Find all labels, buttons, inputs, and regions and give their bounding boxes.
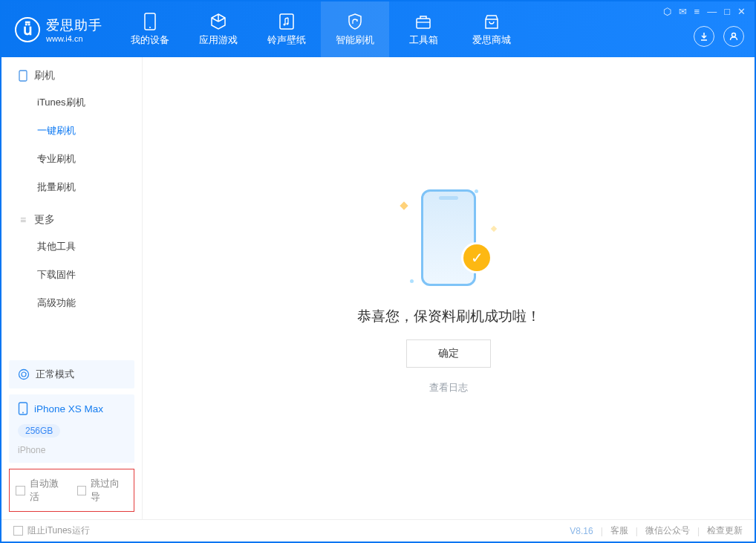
close-button[interactable]: ✕ — [737, 6, 746, 17]
section-flash: 刷机 — [1, 57, 142, 88]
separator: | — [636, 526, 638, 536]
sidebar-item-batch-flash[interactable]: 批量刷机 — [1, 173, 142, 201]
phone-icon — [18, 402, 28, 415]
device-info-box[interactable]: iPhone XS Max 256GB iPhone — [9, 394, 134, 463]
phone-small-icon — [18, 71, 28, 81]
skin-icon[interactable]: ⬡ — [663, 6, 671, 17]
tab-label: 工具箱 — [409, 33, 438, 47]
list-icon: ≡ — [18, 215, 28, 225]
section-more: ≡ 更多 — [1, 201, 142, 233]
checkbox-skip-guide[interactable]: 跳过向导 — [77, 477, 128, 504]
success-message: 恭喜您，保资料刷机成功啦！ — [357, 307, 541, 326]
tab-apps-games[interactable]: 应用游戏 — [184, 1, 252, 57]
checkbox-label: 阻止iTunes运行 — [27, 524, 90, 537]
mode-label: 正常模式 — [36, 368, 74, 381]
app-header: ǖ 爱思助手 www.i4.cn 我的设备 应用游戏 铃声壁纸 智能刷机 工具箱 — [1, 1, 755, 57]
footer-link-support[interactable]: 客服 — [610, 524, 628, 537]
tab-label: 我的设备 — [131, 33, 169, 47]
svg-point-4 — [287, 22, 289, 25]
version-label: V8.16 — [570, 526, 593, 536]
tab-label: 智能刷机 — [336, 33, 374, 47]
flash-options-highlight: 自动激活 跳过向导 — [9, 469, 134, 512]
separator: | — [601, 526, 603, 536]
logo-icon: ǖ — [15, 17, 40, 42]
checkbox-auto-activate[interactable]: 自动激活 — [16, 477, 67, 504]
cube-icon — [209, 13, 227, 30]
section-title: 更多 — [34, 213, 55, 227]
sidebar: 刷机 iTunes刷机 一键刷机 专业刷机 批量刷机 ≡ 更多 其他工具 下载固… — [1, 57, 143, 519]
svg-rect-2 — [280, 14, 293, 29]
checkbox-icon — [77, 486, 87, 495]
dot-icon — [410, 279, 414, 283]
sidebar-item-download-firmware[interactable]: 下载固件 — [1, 261, 142, 289]
section-title: 刷机 — [34, 69, 55, 82]
view-log-link[interactable]: 查看日志 — [429, 381, 468, 394]
svg-point-7 — [732, 33, 736, 36]
tab-smart-flash[interactable]: 智能刷机 — [321, 1, 389, 57]
sidebar-item-oneclick-flash[interactable]: 一键刷机 — [1, 117, 142, 145]
ok-button[interactable]: 确定 — [406, 339, 491, 368]
tab-store[interactable]: 爱思商城 — [457, 1, 526, 57]
brand-url: www.i4.cn — [46, 34, 102, 43]
storage-badge: 256GB — [18, 424, 60, 438]
sidebar-item-itunes-flash[interactable]: iTunes刷机 — [1, 88, 142, 117]
checkbox-block-itunes[interactable]: 阻止iTunes运行 — [13, 524, 90, 537]
svg-rect-8 — [19, 71, 27, 81]
tab-toolbox[interactable]: 工具箱 — [389, 1, 457, 57]
sparkle-icon — [400, 201, 408, 209]
menu-icon[interactable]: ≡ — [694, 6, 700, 17]
sidebar-item-pro-flash[interactable]: 专业刷机 — [1, 145, 142, 173]
window-controls: ⬡ ✉ ≡ — □ ✕ — [663, 6, 746, 17]
download-icon[interactable] — [694, 26, 714, 47]
footer-link-wechat[interactable]: 微信公众号 — [645, 524, 690, 537]
svg-rect-5 — [417, 19, 430, 28]
checkbox-label: 自动激活 — [30, 477, 67, 504]
device-mode-status[interactable]: 正常模式 — [9, 360, 134, 388]
music-icon — [278, 13, 296, 30]
feedback-icon[interactable]: ✉ — [679, 6, 687, 17]
minimize-button[interactable]: — — [707, 6, 717, 17]
device-name: iPhone XS Max — [34, 403, 103, 414]
footer-link-update[interactable]: 检查更新 — [707, 524, 743, 537]
success-illustration: ✓ — [397, 182, 501, 293]
shop-icon — [483, 13, 501, 30]
checkbox-label: 跳过向导 — [91, 477, 128, 504]
main-tabs: 我的设备 应用游戏 铃声壁纸 智能刷机 工具箱 爱思商城 — [116, 1, 526, 57]
dot-icon — [475, 189, 478, 193]
device-type: iPhone — [18, 445, 45, 455]
maximize-button[interactable]: □ — [724, 6, 730, 17]
checkbox-icon — [13, 526, 23, 536]
shield-sync-icon — [346, 13, 364, 30]
device-icon — [141, 13, 159, 30]
app-logo: ǖ 爱思助手 www.i4.cn — [1, 16, 116, 43]
svg-point-3 — [284, 23, 286, 25]
sparkle-icon — [491, 226, 497, 232]
main-content: ✓ 恭喜您，保资料刷机成功啦！ 确定 查看日志 — [143, 57, 755, 519]
tab-label: 应用游戏 — [199, 33, 238, 47]
brand-name: 爱思助手 — [46, 16, 102, 34]
tab-my-device[interactable]: 我的设备 — [116, 1, 184, 57]
svg-point-1 — [149, 27, 151, 28]
separator: | — [697, 526, 700, 536]
user-icon[interactable] — [723, 26, 744, 47]
svg-point-11 — [22, 412, 24, 414]
svg-point-9 — [19, 370, 29, 380]
tab-label: 铃声壁纸 — [267, 33, 306, 47]
sidebar-item-advanced[interactable]: 高级功能 — [1, 289, 142, 317]
sidebar-item-other-tools[interactable]: 其他工具 — [1, 233, 142, 261]
status-bar: 阻止iTunes运行 V8.16 | 客服 | 微信公众号 | 检查更新 — [1, 519, 755, 542]
toolbox-icon — [414, 13, 432, 30]
tab-ringtones-wallpapers[interactable]: 铃声壁纸 — [252, 1, 321, 57]
checkbox-icon — [16, 486, 25, 495]
phone-illustration — [421, 189, 476, 286]
check-badge-icon: ✓ — [463, 244, 490, 271]
tab-label: 爱思商城 — [472, 33, 511, 47]
sync-icon — [18, 368, 30, 380]
